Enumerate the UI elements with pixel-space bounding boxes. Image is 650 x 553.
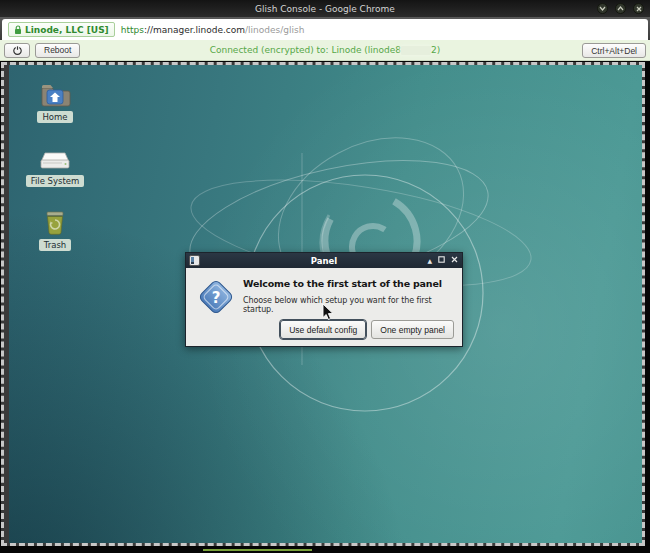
url-text: https://manager.linode.com/linodes/glish <box>121 25 305 35</box>
window-controls <box>597 3 644 14</box>
one-empty-panel-button[interactable]: One empty panel <box>371 320 454 339</box>
connection-status-prefix: Connected (encrypted) to: Linode (linode… <box>210 45 401 55</box>
svg-text:?: ? <box>212 289 221 307</box>
shade-icon[interactable]: ▲ <box>427 253 432 268</box>
panel-dialog-body: ? Welcome to the first start of the pane… <box>186 268 462 347</box>
address-bar[interactable]: Linode, LLC [US] https://manager.linode.… <box>2 19 648 40</box>
question-icon: ? <box>196 277 236 317</box>
minimize-icon[interactable] <box>597 3 608 14</box>
desktop-icon-label: Home <box>37 111 72 123</box>
power-button[interactable] <box>4 43 30 58</box>
panel-dialog-title: Panel <box>311 256 337 266</box>
reboot-button[interactable]: Reboot <box>35 43 80 58</box>
ssl-badge-label: Linode, LLC [US] <box>25 25 109 35</box>
glish-console-area: Home File System <box>0 61 650 553</box>
console-canvas-frame: Home File System <box>1 62 645 546</box>
panel-dialog-controls: ▲ <box>427 253 458 268</box>
dialog-buttons: Use default config One empty panel <box>280 320 454 339</box>
browser-titlebar: Glish Console - Google Chrome <box>0 0 650 17</box>
url-path: /linodes/glish <box>245 25 304 35</box>
url-host: ://manager.linode.com <box>144 25 245 35</box>
maximize-icon[interactable] <box>438 253 445 268</box>
connection-status-suffix: 2) <box>431 45 440 55</box>
url-scheme: https <box>121 25 144 35</box>
trash-can-icon <box>38 209 72 235</box>
dialog-subtitle: Choose below which setup you want for th… <box>243 296 461 314</box>
ssl-badge[interactable]: Linode, LLC [US] <box>8 22 115 37</box>
panel-app-icon <box>189 255 200 266</box>
glish-toolbar: Connected (encrypted) to: Linode (linode… <box>0 40 650 61</box>
power-icon <box>13 46 22 55</box>
maximize-icon[interactable] <box>615 3 626 14</box>
desktop-icon-label: Trash <box>39 239 71 251</box>
desktop-icon-trash[interactable]: Trash <box>23 209 87 251</box>
redacted-linode-id <box>401 46 431 55</box>
address-bar-row: Linode, LLC [US] https://manager.linode.… <box>0 17 650 40</box>
bottom-green-line <box>203 549 312 551</box>
close-icon[interactable] <box>633 3 644 14</box>
desktop-icon-home[interactable]: Home <box>23 81 87 123</box>
desktop-icon-label: File System <box>26 175 85 187</box>
browser-title: Glish Console - Google Chrome <box>255 4 395 14</box>
panel-dialog: Panel ▲ <box>185 252 463 347</box>
bottom-strip <box>0 547 650 553</box>
use-default-config-button[interactable]: Use default config <box>280 320 366 339</box>
dialog-heading: Welcome to the first start of the panel <box>243 278 458 289</box>
home-folder-icon <box>38 81 72 107</box>
chrome-window: Glish Console - Google Chrome Linode, LL… <box>0 0 650 553</box>
close-icon[interactable] <box>451 253 458 268</box>
remote-desktop[interactable]: Home File System <box>9 65 642 543</box>
panel-dialog-titlebar[interactable]: Panel ▲ <box>186 253 462 268</box>
connection-status: Connected (encrypted) to: Linode (linode… <box>0 45 650 55</box>
desktop-icon-file-system[interactable]: File System <box>23 145 87 187</box>
ctrl-alt-del-button[interactable]: Ctrl+Alt+Del <box>582 43 646 58</box>
lock-icon <box>14 25 22 35</box>
hard-drive-icon <box>38 145 72 171</box>
